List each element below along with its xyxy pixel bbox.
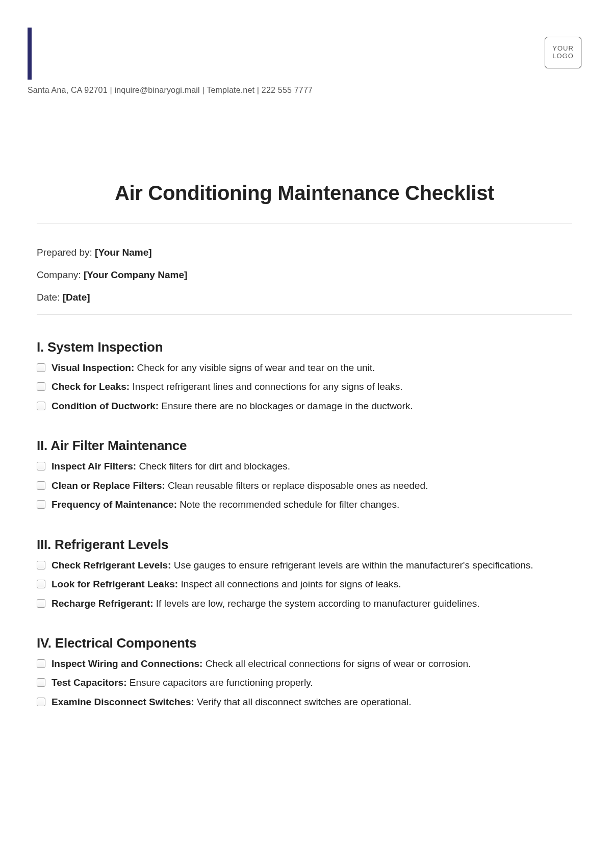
section: I. System InspectionVisual Inspection: C…: [37, 339, 572, 413]
checklist-item-desc: Inspect all connections and joints for s…: [178, 579, 401, 589]
checklist-item-desc: Clean reusable filters or replace dispos…: [165, 480, 428, 491]
checkbox-icon[interactable]: [37, 382, 45, 391]
checklist-item-text: Look for Refrigerant Leaks: Inspect all …: [52, 577, 572, 591]
checklist-item: Inspect Wiring and Connections: Check al…: [37, 656, 572, 671]
checkbox-icon[interactable]: [37, 659, 45, 668]
checklist-item-desc: Check for any visible signs of wear and …: [134, 362, 375, 373]
document-page: YOUR LOGO Santa Ana, CA 92701 | inquire@…: [0, 0, 612, 730]
contact-line: Santa Ana, CA 92701 | inquire@binaryogi.…: [28, 86, 581, 95]
checklist-item-text: Condition of Ductwork: Ensure there are …: [52, 399, 572, 413]
checklist-item-text: Visual Inspection: Check for any visible…: [52, 360, 572, 375]
checklist-item-bold: Examine Disconnect Switches:: [52, 697, 194, 707]
checklist-item: Clean or Replace Filters: Clean reusable…: [37, 478, 572, 493]
checklist-item-desc: Note the recommended schedule for filter…: [177, 499, 399, 510]
checklist-item-bold: Check for Leaks:: [52, 381, 130, 392]
prepared-by-value: [Your Name]: [95, 247, 152, 258]
checkbox-icon[interactable]: [37, 678, 45, 687]
checklist-item-bold: Recharge Refrigerant:: [52, 598, 154, 609]
checklist-item-text: Clean or Replace Filters: Clean reusable…: [52, 478, 572, 493]
section-heading: IV. Electrical Components: [37, 635, 572, 651]
header: YOUR LOGO: [28, 28, 581, 84]
checklist-item-desc: Check all electrical connections for sig…: [202, 658, 471, 669]
checklist-item-bold: Visual Inspection:: [52, 362, 134, 373]
accent-bar: [28, 28, 32, 80]
checklist-item-desc: Use gauges to ensure refrigerant levels …: [171, 560, 533, 571]
checklist-item-text: Examine Disconnect Switches: Verify that…: [52, 695, 572, 709]
divider: [37, 314, 572, 315]
checklist-item-bold: Condition of Ductwork:: [52, 401, 159, 411]
section-heading: I. System Inspection: [37, 339, 572, 355]
logo-text: YOUR LOGO: [545, 45, 581, 60]
checklist-item-desc: Check filters for dirt and blockages.: [136, 461, 290, 472]
checkbox-icon[interactable]: [37, 698, 45, 706]
checkbox-icon[interactable]: [37, 599, 45, 608]
checklist-item-desc: Inspect refrigerant lines and connection…: [130, 381, 402, 392]
checklist-item: Frequency of Maintenance: Note the recom…: [37, 497, 572, 512]
checklist-item-text: Inspect Air Filters: Check filters for d…: [52, 459, 572, 474]
company-value: [Your Company Name]: [84, 269, 187, 280]
checklist-item-bold: Clean or Replace Filters:: [52, 480, 165, 491]
section: IV. Electrical ComponentsInspect Wiring …: [37, 635, 572, 709]
checklist-item: Condition of Ductwork: Ensure there are …: [37, 399, 572, 413]
checklist-item-text: Recharge Refrigerant: If levels are low,…: [52, 596, 572, 611]
checklist-item: Check Refrigerant Levels: Use gauges to …: [37, 558, 572, 573]
company-row: Company: [Your Company Name]: [37, 269, 572, 281]
checklist-item-desc: Ensure capacitors are functioning proper…: [126, 677, 313, 688]
checkbox-icon[interactable]: [37, 500, 45, 509]
date-row: Date: [Date]: [37, 292, 572, 303]
checklist-item-bold: Check Refrigerant Levels:: [52, 560, 171, 571]
checklist-item-desc: If levels are low, recharge the system a…: [154, 598, 480, 609]
checklist-item-bold: Test Capacitors:: [52, 677, 126, 688]
checklist-item-text: Frequency of Maintenance: Note the recom…: [52, 497, 572, 512]
checkbox-icon[interactable]: [37, 481, 45, 490]
date-label: Date:: [37, 292, 63, 303]
checklist-item: Test Capacitors: Ensure capacitors are f…: [37, 675, 572, 690]
checklist-item-text: Test Capacitors: Ensure capacitors are f…: [52, 675, 572, 690]
checklist-item: Inspect Air Filters: Check filters for d…: [37, 459, 572, 474]
checklist-item-text: Inspect Wiring and Connections: Check al…: [52, 656, 572, 671]
checklist-item: Look for Refrigerant Leaks: Inspect all …: [37, 577, 572, 591]
document-title: Air Conditioning Maintenance Checklist: [28, 182, 581, 205]
checklist-item: Examine Disconnect Switches: Verify that…: [37, 695, 572, 709]
checkbox-icon[interactable]: [37, 462, 45, 470]
checklist-item: Check for Leaks: Inspect refrigerant lin…: [37, 379, 572, 394]
section-heading: III. Refrigerant Levels: [37, 537, 572, 553]
checkbox-icon[interactable]: [37, 363, 45, 372]
prepared-by-label: Prepared by:: [37, 247, 95, 258]
checklist-item: Visual Inspection: Check for any visible…: [37, 360, 572, 375]
checklist-item-text: Check Refrigerant Levels: Use gauges to …: [52, 558, 572, 573]
section: III. Refrigerant LevelsCheck Refrigerant…: [37, 537, 572, 611]
checklist-item-desc: Ensure there are no blockages or damage …: [159, 401, 413, 411]
sections-container: I. System InspectionVisual Inspection: C…: [28, 339, 581, 709]
checkbox-icon[interactable]: [37, 561, 45, 569]
section: II. Air Filter MaintenanceInspect Air Fi…: [37, 438, 572, 512]
company-label: Company:: [37, 269, 84, 280]
prepared-by-row: Prepared by: [Your Name]: [37, 247, 572, 258]
checklist-item: Recharge Refrigerant: If levels are low,…: [37, 596, 572, 611]
checklist-item-desc: Verify that all disconnect switches are …: [194, 697, 412, 707]
checklist-item-text: Check for Leaks: Inspect refrigerant lin…: [52, 379, 572, 394]
checklist-item-bold: Inspect Air Filters:: [52, 461, 136, 472]
checklist-item-bold: Look for Refrigerant Leaks:: [52, 579, 178, 589]
checklist-item-bold: Frequency of Maintenance:: [52, 499, 177, 510]
checklist-item-bold: Inspect Wiring and Connections:: [52, 658, 202, 669]
checkbox-icon[interactable]: [37, 580, 45, 588]
meta-block: Prepared by: [Your Name] Company: [Your …: [28, 224, 581, 303]
checkbox-icon[interactable]: [37, 402, 45, 410]
section-heading: II. Air Filter Maintenance: [37, 438, 572, 454]
logo-placeholder: YOUR LOGO: [545, 37, 581, 68]
date-value: [Date]: [63, 292, 90, 303]
